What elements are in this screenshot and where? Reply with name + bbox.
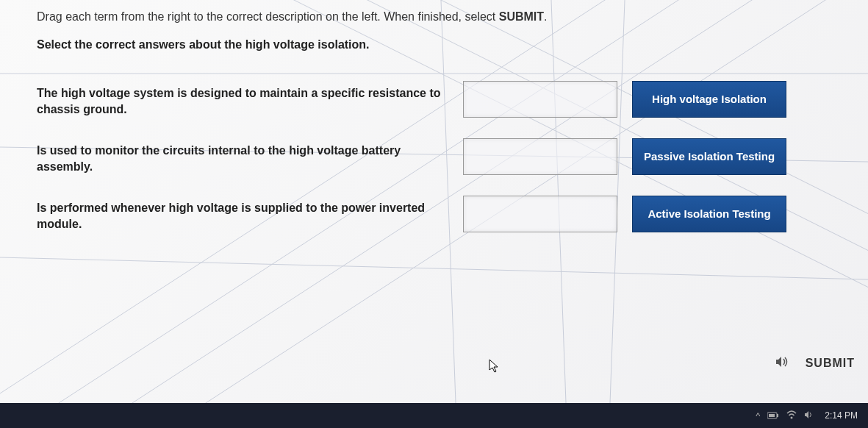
match-row: Is used to monitor the circuits internal…	[37, 138, 853, 175]
drop-zone-3[interactable]	[463, 196, 617, 232]
instructions-before: Drag each term from the right to the cor…	[37, 10, 499, 23]
term-tile-passive-isolation-testing[interactable]: Passive Isolation Testing	[632, 138, 786, 175]
instructions-submit-word: SUBMIT	[499, 10, 544, 23]
term-tile-active-isolation-testing[interactable]: Active Isolation Testing	[632, 196, 786, 232]
match-row: Is performed whenever high voltage is su…	[37, 196, 853, 232]
question-title: Select the correct answers about the hig…	[0, 28, 868, 66]
tray-chevron-up-icon[interactable]: ^	[756, 410, 760, 421]
quiz-content-area: Drag each term from the right to the cor…	[0, 0, 868, 403]
svg-line-9	[0, 257, 868, 279]
tray-wifi-icon[interactable]	[786, 410, 797, 421]
tray-battery-icon[interactable]	[767, 410, 779, 421]
description-text: Is performed whenever high voltage is su…	[37, 196, 448, 232]
svg-rect-14	[777, 414, 778, 417]
drop-zone-1[interactable]	[463, 81, 617, 118]
instructions-after: .	[544, 10, 547, 23]
description-text: Is used to monitor the circuits internal…	[37, 138, 448, 174]
instructions-text: Drag each term from the right to the cor…	[0, 0, 868, 28]
system-tray[interactable]: ^	[756, 410, 814, 421]
footer-bar: SUBMIT	[0, 349, 868, 378]
taskbar-clock[interactable]: 2:14 PM	[825, 410, 858, 421]
match-row: The high voltage system is designed to m…	[37, 81, 853, 118]
sound-icon[interactable]	[775, 356, 789, 371]
svg-point-16	[791, 416, 793, 418]
term-tile-high-voltage-isolation[interactable]: High voltage Isolation	[632, 81, 786, 118]
svg-rect-15	[769, 414, 775, 417]
windows-taskbar[interactable]: ^ 2:14 PM	[0, 403, 868, 428]
matching-area: The high voltage system is designed to m…	[0, 66, 868, 232]
submit-button[interactable]: SUBMIT	[806, 357, 855, 370]
drop-zone-2[interactable]	[463, 138, 617, 175]
description-text: The high voltage system is designed to m…	[37, 81, 448, 117]
tray-sound-icon[interactable]	[804, 410, 814, 421]
